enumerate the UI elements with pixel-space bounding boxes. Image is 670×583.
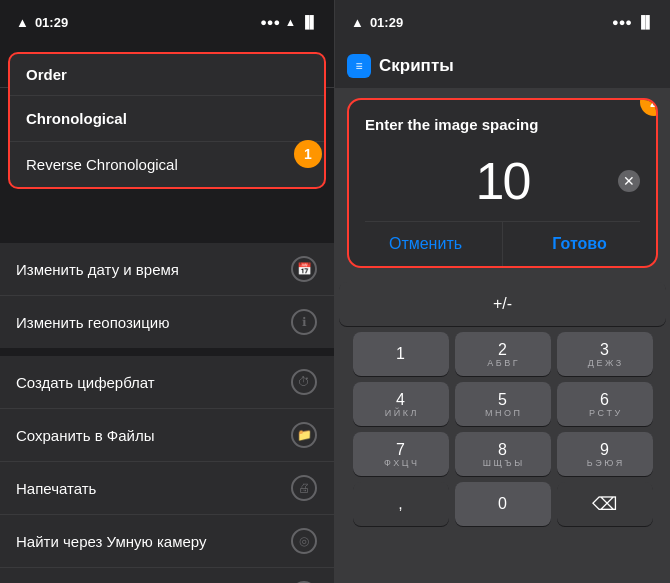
right-status-right: ●●● ▐▌ xyxy=(612,15,654,29)
list-section-2: Создать циферблат ⏱ Сохранить в Файлы 📁 … xyxy=(0,356,334,583)
right-status-time: 01:29 xyxy=(370,15,403,30)
order-option-chronological[interactable]: Chronological xyxy=(10,96,324,142)
right-nav-bar: ≡ Скрипты xyxy=(335,44,670,88)
battery-icon: ▐▌ xyxy=(301,15,318,29)
left-status-bar: ▲ 01:29 ●●● ▲ ▐▌ xyxy=(0,0,334,44)
print-icon: 🖨 xyxy=(290,474,318,502)
list-item[interactable]: Сохранить в Pinterest P xyxy=(0,568,334,583)
dialog-confirm-button[interactable]: Готово xyxy=(502,222,656,266)
key-8[interactable]: 8 Ш Щ Ъ Ы xyxy=(455,432,551,476)
key-0[interactable]: 0 xyxy=(455,482,551,526)
dialog-value-row: 10 ✕ xyxy=(349,141,656,221)
keyboard-row-4: , 0 ⌫ xyxy=(339,482,666,526)
clock-icon: ⏱ xyxy=(290,368,318,396)
key-comma[interactable]: , xyxy=(353,482,449,526)
wifi-icon: ▲ xyxy=(16,15,29,30)
right-battery-icon: ▐▌ xyxy=(637,15,654,29)
wifi-signal-icon: ▲ xyxy=(285,16,296,28)
keyboard: +/- 1 2 А Б В Г 3 Д Е Ж З 4 И Й К Л xyxy=(335,276,670,583)
key-4[interactable]: 4 И Й К Л xyxy=(353,382,449,426)
key-backspace[interactable]: ⌫ xyxy=(557,482,653,526)
list-item[interactable]: Сохранить в Файлы 📁 xyxy=(0,409,334,462)
key-7[interactable]: 7 Ф Х Ц Ч xyxy=(353,432,449,476)
status-time: 01:29 xyxy=(35,15,68,30)
left-panel: ▲ 01:29 ●●● ▲ ▐▌ + Combine Images Order … xyxy=(0,0,335,583)
list-section-1: Изменить дату и время 📅 Изменить геопози… xyxy=(0,243,334,348)
key-6[interactable]: 6 Р С Т У xyxy=(557,382,653,426)
key-5[interactable]: 5 М Н О П xyxy=(455,382,551,426)
dialog-clear-button[interactable]: ✕ xyxy=(618,170,640,192)
dialog-value: 10 xyxy=(476,151,530,211)
order-header: Order xyxy=(10,54,324,96)
keyboard-row-2: 4 И Й К Л 5 М Н О П 6 Р С Т У xyxy=(339,382,666,426)
status-right: ●●● ▲ ▐▌ xyxy=(260,15,318,29)
order-option-reverse-chronological[interactable]: Reverse Chronological xyxy=(10,142,324,187)
list-item[interactable]: Изменить дату и время 📅 xyxy=(0,243,334,296)
list-container: Изменить дату и время 📅 Изменить геопози… xyxy=(0,243,334,583)
keyboard-row-special: +/- xyxy=(339,282,666,326)
right-status-left: ▲ 01:29 xyxy=(351,15,403,30)
calendar-icon: 📅 xyxy=(290,255,318,283)
key-9[interactable]: 9 Ь Э Ю Я xyxy=(557,432,653,476)
list-item[interactable]: Создать циферблат ⏱ xyxy=(0,356,334,409)
right-nav-title: Скрипты xyxy=(379,56,454,76)
list-item[interactable]: Найти через Умную камеру ◎ xyxy=(0,515,334,568)
badge-1: 1 xyxy=(294,140,322,168)
keyboard-row-3: 7 Ф Х Ц Ч 8 Ш Щ Ъ Ы 9 Ь Э Ю Я xyxy=(339,432,666,476)
location-icon: ℹ xyxy=(290,308,318,336)
right-app-icon: ≡ xyxy=(347,54,371,78)
right-status-bar: ▲ 01:29 ●●● ▐▌ xyxy=(335,0,670,44)
key-plus-minus[interactable]: +/- xyxy=(339,282,666,326)
list-item[interactable]: Напечатать 🖨 xyxy=(0,462,334,515)
key-2[interactable]: 2 А Б В Г xyxy=(455,332,551,376)
dialog-actions: Отменить Готово xyxy=(349,222,656,266)
dialog-cancel-button[interactable]: Отменить xyxy=(349,222,502,266)
list-item[interactable]: Изменить геопозицию ℹ xyxy=(0,296,334,348)
right-panel: ▲ 01:29 ●●● ▐▌ ≡ Скрипты 2 Enter the ima… xyxy=(335,0,670,583)
camera-icon: ◎ xyxy=(290,527,318,555)
signal-icon: ●●● xyxy=(260,16,280,28)
status-left: ▲ 01:29 xyxy=(16,15,68,30)
right-signal-icon: ●●● xyxy=(612,16,632,28)
key-3[interactable]: 3 Д Е Ж З xyxy=(557,332,653,376)
dialog-box: 2 Enter the image spacing 10 ✕ Отменить … xyxy=(347,98,658,268)
right-wifi-icon: ▲ xyxy=(351,15,364,30)
folder-icon: 📁 xyxy=(290,421,318,449)
dialog-title: Enter the image spacing xyxy=(349,100,656,141)
order-dropdown[interactable]: Order Chronological Reverse Chronologica… xyxy=(8,52,326,189)
keyboard-row-1: 1 2 А Б В Г 3 Д Е Ж З xyxy=(339,332,666,376)
key-1[interactable]: 1 xyxy=(353,332,449,376)
